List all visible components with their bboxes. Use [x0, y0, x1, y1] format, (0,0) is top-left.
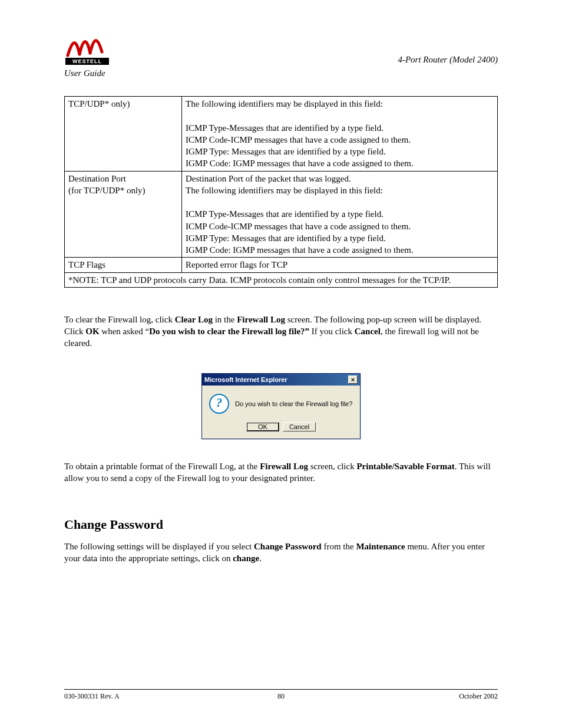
text: (for TCP/UDP* only) [68, 186, 146, 195]
text: when asked “ [100, 327, 150, 336]
text: ICMP Code-ICMP messages that have a code… [186, 135, 411, 144]
cell-dest-label: Destination Port (for TCP/UDP* only) [65, 171, 182, 258]
paragraph-clear-log: To clear the Firewall log, click Clear L… [64, 314, 498, 350]
paragraph-change-password: The following settings will be displayed… [64, 541, 498, 565]
bold-text: Do you wish to clear the Firewall log fi… [149, 327, 309, 336]
text: ICMP Type-Messages that are identified b… [186, 209, 384, 219]
text: in the [213, 315, 237, 324]
identifiers-table: TCP/UDP* only) The following identifiers… [64, 96, 498, 288]
ok-button[interactable]: OK [246, 422, 279, 431]
cell-tcpflags-desc: Reported error flags for TCP [182, 258, 498, 272]
text: from the [322, 542, 356, 551]
bold-text: Maintenance [356, 542, 405, 551]
table-row: TCP Flags Reported error flags for TCP [65, 258, 498, 272]
table-row: Destination Port (for TCP/UDP* only) Des… [65, 171, 498, 258]
text: ICMP Type-Messages that are identified b… [186, 123, 384, 133]
footer-page-number: 80 [64, 692, 498, 701]
text: IGMP Type: Messages that are identified … [186, 233, 386, 243]
logo-block: WESTELL [64, 32, 110, 65]
text: IGMP Code: IGMP messages that have a cod… [186, 159, 414, 168]
dialog-titlebar: Microsoft Internet Explorer × [202, 374, 360, 386]
text: To obtain a printable format of the Fire… [64, 462, 260, 471]
text: IGMP Code: IGMP messages that have a cod… [186, 245, 414, 255]
paragraph-printable: To obtain a printable format of the Fire… [64, 460, 498, 485]
text: The following identifiers may be display… [186, 99, 383, 108]
text: To clear the Firewall log, click [64, 315, 175, 324]
text: Destination Port of the packet that was … [186, 174, 351, 183]
bold-text: OK [85, 327, 99, 336]
text: Destination Port [68, 174, 126, 183]
page-footer: 030-300331 Rev. A 80 October 2002 [64, 689, 498, 701]
table-note-row: *NOTE: TCP and UDP protocols carry Data.… [65, 272, 498, 287]
text: The following settings will be displayed… [64, 542, 254, 551]
text: screen, click [308, 462, 356, 471]
cell-src-desc: The following identifiers may be display… [182, 97, 498, 172]
close-icon[interactable]: × [348, 375, 358, 384]
table-note: *NOTE: TCP and UDP protocols carry Data.… [65, 272, 498, 287]
bold-text: change [233, 554, 259, 563]
bold-text: Clear Log [175, 315, 213, 324]
section-heading-change-password: Change Password [64, 517, 498, 532]
text: ICMP Code-ICMP messages that have a code… [186, 222, 411, 231]
cancel-button[interactable]: Cancel [283, 422, 316, 431]
bold-text: Firewall Log [237, 315, 285, 324]
table-row: TCP/UDP* only) The following identifiers… [65, 97, 498, 172]
logo-text: WESTELL [72, 58, 102, 64]
header-right: 4-Port Router (Model 2400) [398, 55, 498, 65]
bold-text: Change Password [254, 542, 322, 551]
confirm-dialog: Microsoft Internet Explorer × ? Do you w… [201, 373, 361, 439]
text: If you click [309, 327, 355, 336]
text: . [259, 554, 262, 563]
westell-logo-icon: WESTELL [64, 32, 110, 65]
bold-text: Firewall Log [260, 462, 308, 471]
cell-src-label: TCP/UDP* only) [65, 97, 182, 172]
cell-dest-desc: Destination Port of the packet that was … [182, 171, 498, 258]
cell-tcpflags-label: TCP Flags [65, 258, 182, 272]
question-icon: ? [209, 394, 229, 414]
bold-text: Printable/Savable Format [356, 462, 454, 471]
user-guide-label: User Guide [64, 68, 498, 78]
text: The following identifiers may be display… [186, 186, 383, 195]
page-header: WESTELL 4-Port Router (Model 2400) [64, 32, 498, 65]
dialog-title: Microsoft Internet Explorer [204, 376, 287, 383]
bold-text: Cancel [355, 327, 381, 336]
dialog-message: Do you wish to clear the Firewall log fi… [235, 400, 352, 407]
text: IGMP Type: Messages that are identified … [186, 147, 386, 156]
